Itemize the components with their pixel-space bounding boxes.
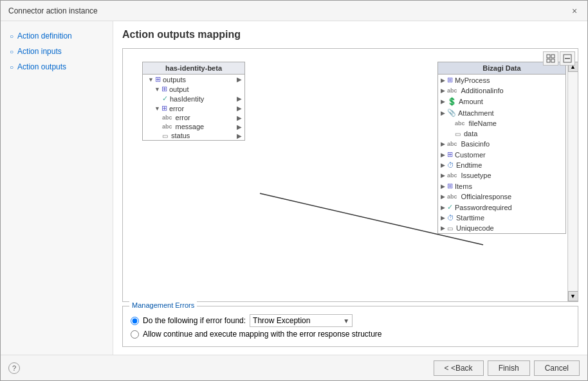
- right-node-additionalinfo: ▶ abc Additionalinfo: [438, 85, 565, 96]
- grid-icon-customer: ⊞: [447, 150, 453, 159]
- check-icon-password: ✓: [447, 203, 453, 211]
- option2-label: Allow continue and execute mapping with …: [143, 330, 382, 339]
- expand-error[interactable]: ▼: [154, 105, 160, 112]
- expand-basicinfo[interactable]: ▶: [441, 141, 445, 147]
- expand-myprocess[interactable]: ▶: [441, 77, 445, 84]
- page-title: Action outputs mapping: [122, 29, 578, 40]
- label-issuetype: Issuetype: [461, 172, 492, 179]
- left-tree: has-identity-beta ▼ ⊞ outputs ▶ ▼: [142, 62, 245, 141]
- sidebar-item-action-definition[interactable]: Action definition: [6, 29, 107, 43]
- node-label-hasidentity: hasIdentity: [170, 95, 204, 103]
- check-icon-hasidentity: ✓: [162, 94, 168, 103]
- node-label-error: error: [176, 114, 190, 121]
- expand-endtime[interactable]: ▶: [441, 162, 445, 168]
- right-node-issuetype: ▶ abc Issuetype: [438, 170, 565, 181]
- box-icon-status: ▭: [162, 132, 168, 139]
- help-icon-label: ?: [12, 364, 16, 372]
- label-starttime: Starttime: [456, 214, 484, 222]
- expand-icon: [546, 54, 555, 63]
- error-option2-row: Allow continue and execute mapping with …: [131, 330, 570, 339]
- right-node-endtime: ▶ ⏱ Endtime: [438, 160, 565, 170]
- expand-outputs[interactable]: ▼: [148, 76, 154, 83]
- label-filename: fileName: [469, 120, 497, 127]
- label-data: data: [464, 130, 477, 137]
- footer: ? < <Back Finish Cancel: [1, 355, 587, 380]
- allow-continue-radio[interactable]: [131, 330, 139, 339]
- sidebar: Action definition Action inputs Action o…: [1, 21, 113, 355]
- money-icon-amount: 💲: [447, 97, 457, 106]
- right-node-attachment: ▶ 📎 Attachment: [438, 107, 565, 118]
- content-area: Action definition Action inputs Action o…: [1, 21, 587, 355]
- mapping-area: has-identity-beta ▼ ⊞ outputs ▶ ▼: [122, 48, 578, 302]
- label-basicinfo: Basicinfo: [461, 140, 490, 148]
- title-bar: Connector action instance ×: [1, 1, 587, 21]
- abc-icon-additionalinfo: abc: [447, 87, 457, 94]
- arrow-hasidentity: ▶: [237, 95, 242, 102]
- svg-rect-0: [547, 55, 550, 58]
- expand-uniquecode[interactable]: ▶: [441, 225, 445, 231]
- tree-node-error-group: ▼ ⊞ error ▶: [143, 103, 244, 113]
- time-icon-starttime: ⏱: [447, 214, 454, 222]
- cancel-button[interactable]: Cancel: [534, 360, 580, 376]
- finish-button[interactable]: Finish: [488, 360, 530, 376]
- abc-icon-basicinfo: abc: [447, 141, 457, 147]
- label-myprocess: MyProcess: [455, 76, 490, 84]
- expand-customer[interactable]: ▶: [441, 152, 445, 158]
- scroll-down-button[interactable]: ▼: [568, 291, 578, 301]
- throw-exception-dropdown[interactable]: Throw Exception ▼: [250, 314, 353, 327]
- right-node-myprocess: ▶ ⊞ MyProcess: [438, 75, 565, 85]
- label-customer: Customer: [455, 151, 486, 159]
- management-errors-panel: Management Errors Do the following if er…: [122, 306, 578, 347]
- expand-officialresponse[interactable]: ▶: [441, 193, 445, 200]
- dropdown-value: Throw Exception: [253, 316, 310, 325]
- expand-items[interactable]: ▶: [441, 183, 445, 190]
- grid-icon-outputs: ⊞: [155, 75, 161, 84]
- expand-additionalinfo[interactable]: ▶: [441, 87, 445, 94]
- right-node-amount: ▶ 💲 Amount: [438, 96, 565, 107]
- right-node-basicinfo: ▶ abc Basicinfo: [438, 139, 565, 149]
- label-uniquecode: Uniquecode: [456, 224, 494, 232]
- grid-icon-myprocess: ⊞: [447, 76, 453, 84]
- arrow-outputs: ▶: [237, 76, 242, 83]
- abc-icon-message: abc: [162, 123, 172, 130]
- tree-node-message: abc message ▶: [143, 122, 244, 131]
- vertical-scrollbar[interactable]: ▲ ▼: [567, 62, 578, 301]
- right-node-passwordrequired: ▶ ✓ Passwordrequired: [438, 202, 565, 213]
- label-additionalinfo: Additionalinfo: [461, 87, 504, 94]
- collapse-all-button[interactable]: [560, 51, 575, 66]
- expand-attachment[interactable]: ▶: [441, 110, 445, 116]
- throw-exception-radio[interactable]: [131, 317, 139, 325]
- expand-all-button[interactable]: [543, 51, 558, 66]
- abc-icon-issuetype: abc: [447, 172, 457, 179]
- right-node-items: ▶ ⊞ Items: [438, 181, 565, 191]
- close-button[interactable]: ×: [569, 6, 580, 16]
- right-node-filename: ▶ abc fileName: [438, 118, 565, 128]
- sidebar-item-action-outputs[interactable]: Action outputs: [6, 60, 107, 74]
- right-node-officialresponse: ▶ abc Officialresponse: [438, 191, 565, 202]
- arrow-error: ▶: [237, 114, 242, 121]
- expand-passwordrequired[interactable]: ▶: [441, 204, 445, 211]
- back-button[interactable]: < <Back: [434, 360, 484, 376]
- mapping-canvas: has-identity-beta ▼ ⊞ outputs ▶ ▼: [123, 49, 578, 301]
- scroll-track[interactable]: [569, 72, 578, 291]
- collapse-icon: [563, 54, 572, 63]
- expand-issuetype[interactable]: ▶: [441, 172, 445, 179]
- sidebar-item-action-inputs[interactable]: Action inputs: [6, 44, 107, 58]
- expand-amount[interactable]: ▶: [441, 98, 445, 105]
- node-label-status: status: [171, 132, 190, 139]
- node-label-output: output: [169, 85, 189, 93]
- footer-buttons: < <Back Finish Cancel: [434, 360, 580, 376]
- grid-icon-items: ⊞: [447, 182, 453, 190]
- expand-output[interactable]: ▼: [154, 86, 160, 93]
- expand-starttime[interactable]: ▶: [441, 215, 445, 221]
- abc-icon-officialresponse: abc: [447, 193, 457, 200]
- main-window: Connector action instance × Action defin…: [0, 0, 588, 381]
- svg-rect-2: [547, 59, 550, 62]
- node-label-message: message: [176, 123, 205, 130]
- main-panel: Action outputs mapping: [113, 21, 587, 355]
- arrow-message: ▶: [237, 123, 242, 130]
- label-amount: Amount: [459, 98, 483, 105]
- error-option1-row: Do the following if error found: Throw E…: [131, 314, 570, 327]
- window-title: Connector action instance: [8, 6, 98, 15]
- help-button[interactable]: ?: [8, 362, 20, 374]
